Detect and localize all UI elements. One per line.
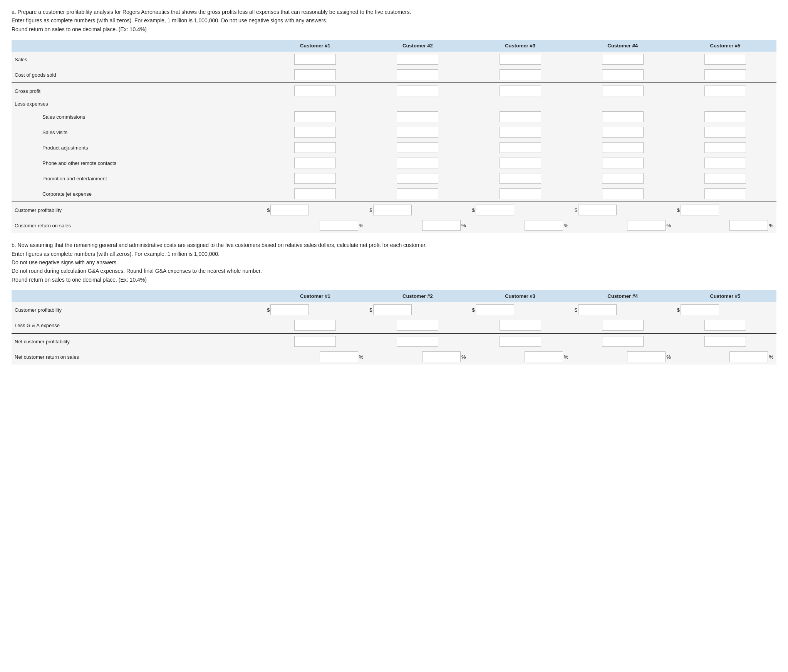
pc-c4-cell (572, 155, 674, 171)
row-product-adjustments: Product adjustments (12, 140, 776, 155)
gp-c4-input[interactable] (602, 86, 644, 96)
pa-c3-input[interactable] (500, 142, 541, 153)
cr-c1-input[interactable] (320, 220, 358, 231)
cp-c5-input[interactable] (681, 205, 719, 215)
cj-c2-input[interactable] (397, 188, 438, 199)
bcp-c2-input[interactable] (373, 304, 412, 315)
pa-c5-input[interactable] (704, 142, 746, 153)
sv-c2-input[interactable] (397, 127, 438, 138)
bga-c1-input[interactable] (294, 320, 336, 331)
cj-c2-cell (366, 186, 469, 202)
sales-c5-input[interactable] (704, 54, 746, 65)
pc-c3-cell (469, 155, 571, 171)
pc-c3-input[interactable] (500, 158, 541, 168)
cj-c1-input[interactable] (294, 188, 336, 199)
bnr-c5-input[interactable] (729, 351, 768, 362)
gp-c3-input[interactable] (500, 86, 541, 96)
pe-c1-input[interactable] (294, 173, 336, 184)
bnr-c4-input[interactable] (627, 351, 666, 362)
sc-c1-input[interactable] (294, 111, 336, 122)
bnp-c1-input[interactable] (294, 336, 336, 347)
section-b-instructions: b. Now assuming that the remaining gener… (12, 241, 776, 284)
cogs-c5-input[interactable] (704, 69, 746, 80)
cp-c2-input[interactable] (373, 205, 412, 215)
cp-c4-cell: $ (572, 202, 674, 218)
cp-c1-input[interactable] (270, 205, 309, 215)
cogs-c3-input[interactable] (500, 69, 541, 80)
cr-c5-input[interactable] (729, 220, 768, 231)
cj-c3-input[interactable] (500, 188, 541, 199)
pct-sign-cr-c4: % (666, 223, 671, 228)
cogs-c2-input[interactable] (397, 69, 438, 80)
pe-c4-input[interactable] (602, 173, 644, 184)
pc-c1-input[interactable] (294, 158, 336, 168)
cj-c5-input[interactable] (704, 188, 746, 199)
bcp-c4-input[interactable] (578, 304, 617, 315)
bga-c2-input[interactable] (397, 320, 438, 331)
sc-c3-input[interactable] (500, 111, 541, 122)
cp-c3-cell: $ (469, 202, 571, 218)
pct-sign-cr-c5: % (769, 223, 773, 228)
sv-c3-input[interactable] (500, 127, 541, 138)
pa-c4-input[interactable] (602, 142, 644, 153)
cogs-c3-cell (469, 67, 571, 83)
sc-c5-input[interactable] (704, 111, 746, 122)
bga-c3-input[interactable] (500, 320, 541, 331)
pa-c1-input[interactable] (294, 142, 336, 153)
label-b-net-profitability: Net customer profitability (12, 333, 264, 349)
cr-c2-input[interactable] (422, 220, 461, 231)
cp-c3-input[interactable] (476, 205, 514, 215)
pe-c4-cell (572, 171, 674, 186)
sales-c1-cell (264, 52, 366, 67)
sc-c2-input[interactable] (397, 111, 438, 122)
bnp-c5-input[interactable] (704, 336, 746, 347)
bcp-c1-input[interactable] (270, 304, 309, 315)
label-cogs: Cost of goods sold (12, 67, 264, 83)
pe-c3-input[interactable] (500, 173, 541, 184)
bcp-c3-input[interactable] (476, 304, 514, 315)
row-corporate-jet: Corporate jet expense (12, 186, 776, 202)
sv-c5-input[interactable] (704, 127, 746, 138)
bnp-c3-input[interactable] (500, 336, 541, 347)
bga-c4-cell (572, 318, 674, 333)
sv-c4-input[interactable] (602, 127, 644, 138)
bga-c4-input[interactable] (602, 320, 644, 331)
pa-c2-input[interactable] (397, 142, 438, 153)
pe-c2-input[interactable] (397, 173, 438, 184)
cogs-c1-input[interactable] (294, 69, 336, 80)
bnr-c5-pct-wrapper: % (677, 351, 773, 362)
sales-c2-input[interactable] (397, 54, 438, 65)
bnr-c1-pct-wrapper: % (267, 351, 363, 362)
pc-c5-input[interactable] (704, 158, 746, 168)
b-pct-sign-c5: % (769, 354, 773, 360)
bnp-c4-input[interactable] (602, 336, 644, 347)
sc-c4-input[interactable] (602, 111, 644, 122)
sc-c3-cell (469, 109, 571, 124)
gp-c5-input[interactable] (704, 86, 746, 96)
cj-c4-input[interactable] (602, 188, 644, 199)
pc-c2-input[interactable] (397, 158, 438, 168)
sc-c2-cell (366, 109, 469, 124)
sales-c3-input[interactable] (500, 54, 541, 65)
bnr-c5-cell: % (674, 349, 776, 365)
row-b-net-return: Net customer return on sales % % (12, 349, 776, 365)
bnr-c3-input[interactable] (525, 351, 563, 362)
pc-c4-input[interactable] (602, 158, 644, 168)
gp-c2-input[interactable] (397, 86, 438, 96)
bnr-c1-input[interactable] (320, 351, 358, 362)
cogs-c4-input[interactable] (602, 69, 644, 80)
bnr-c2-cell: % (366, 349, 469, 365)
bga-c5-input[interactable] (704, 320, 746, 331)
bnp-c2-input[interactable] (397, 336, 438, 347)
sales-c1-input[interactable] (294, 54, 336, 65)
bnr-c1-cell: % (264, 349, 366, 365)
sv-c1-input[interactable] (294, 127, 336, 138)
cr-c3-input[interactable] (525, 220, 563, 231)
sales-c4-input[interactable] (602, 54, 644, 65)
bcp-c5-input[interactable] (681, 304, 719, 315)
bnr-c2-input[interactable] (422, 351, 461, 362)
gp-c1-input[interactable] (294, 86, 336, 96)
cp-c4-input[interactable] (578, 205, 617, 215)
pe-c5-input[interactable] (704, 173, 746, 184)
cr-c4-input[interactable] (627, 220, 666, 231)
